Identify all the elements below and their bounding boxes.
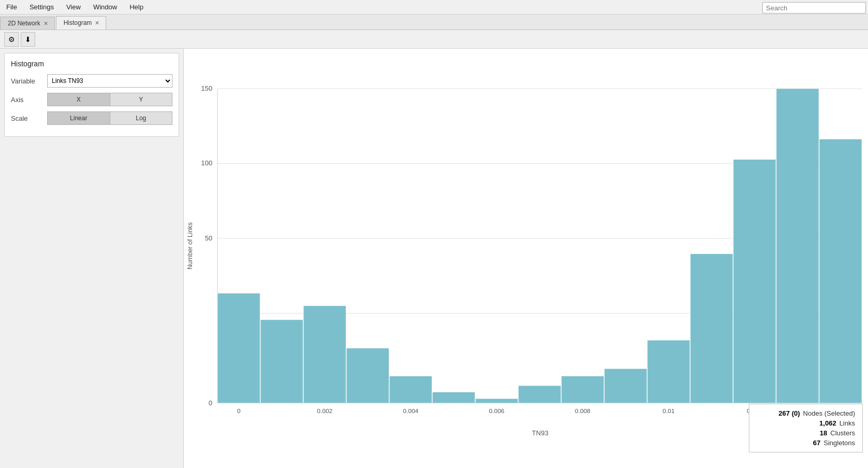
svg-text:0: 0 [209,399,212,407]
svg-text:0.006: 0.006 [489,407,504,414]
download-button[interactable]: ⬇ [21,32,35,47]
menu-help[interactable]: Help [123,1,150,13]
toolbar: ⚙ ⬇ [0,30,868,49]
tab-2d-network-close[interactable]: ✕ [44,21,48,26]
variable-row: Variable Links TN93 [11,74,172,88]
tab-histogram-close[interactable]: ✕ [95,20,99,26]
svg-rect-23 [733,160,776,403]
scale-label: Scale [11,115,47,122]
search-input[interactable] [762,2,866,13]
menu-file[interactable]: File [0,1,23,13]
svg-rect-19 [561,376,604,403]
stats-singletons-count: 67 [794,439,820,447]
axis-x-button[interactable]: X [47,93,110,106]
tab-histogram[interactable]: Histogram ✕ [56,16,107,30]
chart-area: 150 100 50 0 Number of Links [184,49,868,468]
svg-text:0.004: 0.004 [403,407,418,414]
svg-text:0: 0 [237,407,241,414]
tab-2d-network[interactable]: 2D Network ✕ [0,17,55,30]
axis-row: Axis X Y [11,93,172,106]
histogram-panel: Histogram Variable Links TN93 Axis [4,53,179,137]
axis-btn-group: X Y [47,93,172,106]
scale-control: Linear Log [47,111,172,125]
svg-text:TN93: TN93 [532,430,548,437]
stats-clusters-count: 18 [801,429,827,437]
tabs-bar: 2D Network ✕ Histogram ✕ [0,15,868,30]
axis-y-button[interactable]: Y [110,93,173,106]
settings-button[interactable]: ⚙ [4,32,19,47]
stats-clusters-label: Clusters [830,429,855,437]
stats-links-label: Links [840,419,855,427]
stats-nodes-label: Nodes (Selected) [803,409,855,417]
svg-text:0.002: 0.002 [317,407,332,414]
svg-rect-21 [647,340,690,403]
svg-rect-22 [690,254,733,403]
variable-control: Links TN93 [47,74,172,88]
svg-text:0.008: 0.008 [575,407,590,414]
stats-singletons-row: 67 Singletons [757,438,855,448]
svg-rect-25 [819,139,862,403]
menu-view[interactable]: View [60,1,87,13]
svg-text:Number of Links: Number of Links [186,222,194,270]
svg-text:50: 50 [205,234,212,242]
menu-settings[interactable]: Settings [23,1,60,13]
svg-rect-11 [218,293,260,403]
svg-text:0.01: 0.01 [662,407,674,414]
svg-rect-20 [604,368,647,403]
svg-text:150: 150 [201,84,212,92]
svg-text:100: 100 [201,160,212,167]
stats-links-count: 1,062 [811,419,836,427]
stats-panel: 267 (0) Nodes (Selected) 1,062 Links 18 … [749,404,863,452]
svg-rect-17 [475,399,518,403]
main-layout: Histogram Variable Links TN93 Axis [0,49,868,468]
svg-rect-24 [776,89,819,403]
svg-rect-16 [432,392,475,403]
search-box [762,2,866,13]
svg-rect-14 [346,348,389,403]
scale-btn-group: Linear Log [47,111,172,125]
stats-singletons-label: Singletons [823,439,855,447]
svg-rect-15 [389,376,432,403]
svg-rect-13 [303,306,346,403]
svg-rect-18 [518,386,561,403]
menu-window[interactable]: Window [87,1,123,13]
svg-rect-12 [261,320,303,403]
scale-row: Scale Linear Log [11,111,172,125]
scale-linear-button[interactable]: Linear [47,111,110,125]
stats-clusters-row: 18 Clusters [757,428,855,438]
stats-nodes-count: 267 (0) [774,409,800,417]
panel-title: Histogram [11,60,172,68]
stats-nodes-row: 267 (0) Nodes (Selected) [757,408,855,418]
tab-histogram-label: Histogram [64,19,92,26]
axis-control: X Y [47,93,172,106]
variable-label: Variable [11,77,47,85]
variable-select[interactable]: Links TN93 [47,74,172,88]
left-panel: Histogram Variable Links TN93 Axis [0,49,184,468]
axis-label: Axis [11,96,47,104]
scale-log-button[interactable]: Log [110,111,173,125]
tab-2d-network-label: 2D Network [8,20,40,27]
stats-links-row: 1,062 Links [757,418,855,428]
